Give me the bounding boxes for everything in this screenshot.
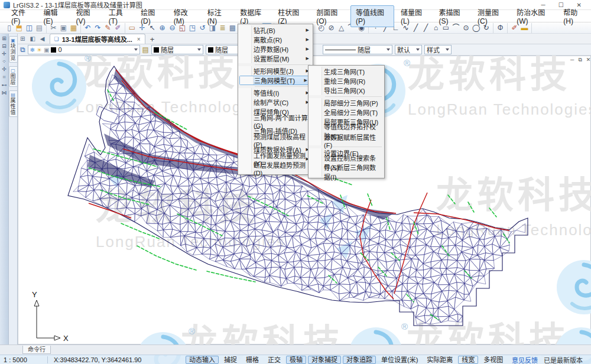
dropdown-caret-icon (134, 48, 138, 51)
split-panel-icon[interactable]: ◧ (27, 35, 37, 42)
scroll-left-icon[interactable]: ◀ (38, 35, 47, 42)
menu-item-label: 生成三角网(T) (324, 67, 365, 76)
submenu-arrow-icon: ▶ (306, 37, 309, 42)
layer-on-icon: ☀ (37, 47, 42, 53)
layer-manager-icon[interactable]: ▤ (142, 46, 149, 54)
status-toggle-动态输入[interactable]: 动态输入 (186, 356, 219, 364)
status-toggle-对象追踪[interactable]: 对象追踪 (343, 356, 376, 364)
node-array-icon[interactable]: ⁘ (2, 58, 7, 64)
menubar-item[interactable]: 修改(M) (168, 5, 201, 27)
node-del-icon[interactable]: ⊟ (2, 43, 7, 49)
submenu-item[interactable]: 导入断层三角网数据(I) (309, 167, 384, 177)
freeze-layer-icon: ❄ (30, 47, 35, 53)
color-combo-1[interactable]: 随层 (151, 45, 203, 54)
node-grid-icon[interactable]: ⌗ (2, 74, 5, 80)
dropdown-menu-item[interactable]: 矩形网模型(J)▶ (238, 66, 313, 76)
submenu-item[interactable]: 局部细分三角网(P) (309, 98, 384, 108)
status-toggle-对象捕捉[interactable]: 对象捕捉 (308, 356, 341, 364)
menubar-item[interactable]: 帮助(H) (558, 5, 590, 27)
menu-item-label: 三角网模型(T) (254, 76, 295, 85)
dropdown-caret-icon (387, 48, 390, 51)
menubar-item[interactable]: 剖面图(O) (311, 5, 349, 27)
match-properties-icon[interactable]: ⧉ (20, 46, 25, 54)
menubar-item[interactable]: 储量图(L) (395, 5, 432, 27)
status-toggle-实际距离[interactable]: 实际距离 (423, 356, 456, 364)
menubar-item[interactable]: 文件(F) (6, 5, 37, 27)
node-cross-icon[interactable]: ✢ (2, 66, 7, 72)
submenu-item[interactable]: 源数据赋断层属性(F) (309, 136, 384, 145)
dropdown-menu-item[interactable]: 离散点(R)▶ (238, 35, 313, 44)
dropdown-menu-item[interactable]: 预测煤层顶板高程(P) (238, 135, 313, 145)
dropdown-menu-item[interactable]: 三角网模型(T)▶ (239, 76, 311, 85)
node-join-icon[interactable]: ⋈ (2, 90, 7, 96)
layer-combo[interactable]: ❄ ☀ ▣ 0 (28, 45, 140, 54)
submenu-item[interactable]: 重绘三角网(R) (309, 76, 384, 86)
menubar-item[interactable]: 测量图(C) (472, 5, 510, 27)
status-toggle-线宽[interactable]: 线宽 (458, 356, 478, 364)
scale-indicator: 1 : 5000 (4, 356, 45, 363)
submenu-item[interactable]: 全局细分三角网(T) (309, 108, 384, 117)
menu-item-label: 边界数据(H) (254, 44, 288, 54)
menubar-item[interactable]: 防治水图(W) (511, 5, 557, 27)
mdi-minimize-icon[interactable]: ─ (570, 57, 574, 63)
dropdown-menu-item[interactable]: 边界数据(H)▶ (238, 44, 313, 54)
application-window: LrGIS3.2 - 13-1煤层底板等高线及储量计算图 ─☐✕ 文件(F)编辑… (0, 0, 591, 364)
cursor-coordinates: X:39483422.70, Y:3642461.90 (47, 356, 183, 363)
lock-layer-icon: ▣ (44, 47, 49, 53)
submenu-arrow-icon: ▶ (306, 47, 309, 51)
mdi-close-icon[interactable]: ✕ (586, 57, 591, 63)
mdi-restore-icon[interactable]: ⧉ (578, 57, 582, 63)
menubar-item[interactable]: 绘图(D) (135, 5, 167, 27)
node-move-icon[interactable]: ✛ (2, 51, 7, 57)
dropdown-menu-item[interactable]: 绘制产状(C)▶ (238, 98, 313, 107)
dropdown-menu-item[interactable]: 三角网-两个面计算(G) (238, 116, 313, 126)
status-toggle-正交[interactable]: 正交 (264, 356, 284, 364)
menu-item-label: 断层发展趋势预测(D) (254, 160, 309, 177)
color-swatch (208, 47, 213, 53)
tab-close-icon[interactable]: × (137, 36, 141, 43)
dropdown-menu-item[interactable]: 钻孔(B)▶ (238, 25, 313, 35)
linetype-swatch (325, 50, 356, 50)
panel-tab-icon: ▢ (11, 68, 15, 73)
submenu-arrow-icon: ▶ (306, 28, 309, 32)
version-status: 已是最新版本 (544, 355, 583, 364)
new-tab-button[interactable]: + (145, 35, 160, 44)
status-toggle-多视图[interactable]: 多视图 (480, 356, 506, 364)
menu-separator (255, 64, 310, 65)
menu-item-label: 导出三角网(X) (324, 86, 365, 95)
panel-tab-图层[interactable]: ▢图层 (9, 66, 18, 87)
node-add-icon[interactable]: ⊞ (2, 35, 7, 41)
dropdown-menu-item[interactable]: 设置断层(M)▶ (238, 54, 313, 63)
dropdown-menu-item[interactable]: 断层发展趋势预测(D) (238, 164, 313, 173)
menubar-item[interactable]: 等值线图(P) (350, 5, 394, 27)
status-toggle-极轴[interactable]: 极轴 (286, 356, 306, 364)
pin-panel-icon[interactable]: ⊞ (18, 35, 27, 42)
linetype-combo[interactable]: 随层 (323, 45, 392, 54)
menubar-item[interactable]: 工具(T) (103, 5, 134, 27)
color-swatch (154, 47, 159, 53)
panel-tab-块浏览[interactable]: ▣块浏览 (9, 36, 18, 63)
status-toggle-单位设置(米)[interactable]: 单位设置(米) (378, 356, 421, 364)
menubar-item[interactable]: 编辑(E) (38, 5, 69, 27)
status-toggle-栅格[interactable]: 栅格 (242, 356, 262, 364)
panel-tab-属性值[interactable]: ▤属性值 (9, 90, 18, 117)
submenu-item[interactable]: 生成三角网(T) (309, 67, 384, 76)
menubar-item[interactable]: 视图(V) (71, 5, 102, 27)
dropdown-caret-icon (446, 48, 449, 51)
menubar-item[interactable]: 素描图(S) (433, 5, 471, 27)
feedback-link[interactable]: 意见反馈 (512, 355, 538, 364)
submenu-item[interactable]: 导出三角网(X) (309, 86, 384, 95)
current-layer-value: 0 (58, 46, 61, 53)
node-link-icon[interactable]: ⊷ (2, 82, 7, 88)
status-toggle-捕捉[interactable]: 捕捉 (220, 356, 241, 364)
command-line-tab[interactable]: 命令行 (22, 346, 51, 354)
menubar-item[interactable]: 标注(N) (202, 5, 234, 27)
default-combo[interactable]: 默认 (395, 45, 422, 54)
document-tab[interactable]: ❏ 13-1煤层底板等高线及... × (50, 34, 145, 44)
panel-tab-icon: ▣ (11, 38, 15, 43)
dropdown-menu-item[interactable]: 等值线(I)▶ (238, 88, 313, 98)
color-value: 随层 (215, 45, 228, 54)
menu-bar: 文件(F)编辑(E)视图(V)工具(T)绘图(D)修改(M)标注(N)数据库(J… (0, 10, 591, 22)
style-value: 样式 (427, 45, 440, 54)
style-combo[interactable]: 样式 (424, 45, 452, 54)
